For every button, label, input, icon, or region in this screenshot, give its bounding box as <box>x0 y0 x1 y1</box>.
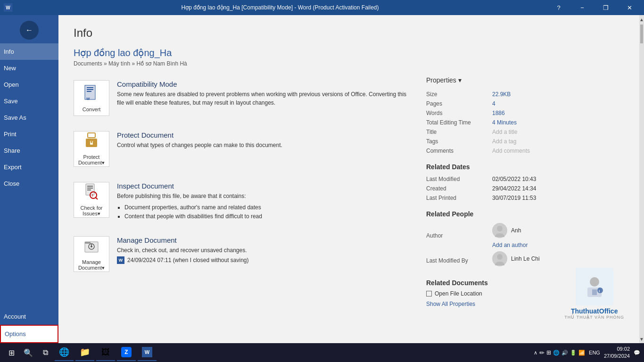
prop-title-value[interactable]: Add a title <box>492 127 624 137</box>
sidebar-bottom: Account Options <box>0 308 58 343</box>
word-app-icon: W <box>4 3 12 12</box>
author-row: Anh <box>492 223 624 238</box>
sidebar-item-save[interactable]: Save <box>0 93 58 109</box>
sidebar-item-account[interactable]: Account <box>0 308 58 325</box>
zalo-taskbar-button[interactable]: Z <box>117 344 136 361</box>
notification-icon[interactable]: 💬 <box>634 350 640 356</box>
prop-editing-time: Total Editing Time 4 Minutes <box>426 118 624 127</box>
svg-point-8 <box>91 141 92 143</box>
sidebar-item-save-as[interactable]: Save As <box>0 109 58 126</box>
scroll-down-arrow[interactable]: ▼ <box>639 335 644 343</box>
sidebar-item-print[interactable]: Print <box>0 126 58 142</box>
svg-text:!: ! <box>92 193 93 197</box>
inspect-document-title: Inspect Document <box>117 182 262 190</box>
sidebar-item-share[interactable]: Share <box>0 142 58 159</box>
sidebar-item-close[interactable]: Close <box>0 175 58 192</box>
check-for-issues-button[interactable]: ! Check forIssues▾ <box>74 182 109 218</box>
inspect-document-content: Inspect Document Before publishing this … <box>117 182 262 221</box>
manage-icon <box>84 237 99 257</box>
clock-time: 09:02 <box>604 346 630 353</box>
explorer-taskbar-button[interactable]: 📁 <box>75 344 94 361</box>
inspect-document-bullets: Document properties, author's name and r… <box>117 203 262 221</box>
network-icon[interactable]: 🌐 <box>553 350 560 356</box>
manage-document-sub: W 24/09/2024 07:11 (when I closed withou… <box>117 256 249 264</box>
convert-button[interactable]: W Convert <box>74 80 109 116</box>
sys-tray-icons: ∧ ✏ ⊞ 🌐 🔊 🔋 📶 <box>534 349 585 356</box>
task-view-button[interactable]: ⧉ <box>38 345 53 360</box>
sidebar-item-info[interactable]: Info <box>0 43 58 60</box>
prop-words-value: 1886 <box>492 108 624 118</box>
related-people-heading: Related People <box>426 210 624 218</box>
wifi-icon[interactable]: 📶 <box>578 350 585 356</box>
svg-point-21 <box>497 226 503 231</box>
manage-document-button[interactable]: ManageDocument▾ <box>74 236 109 272</box>
page-title: Info <box>74 26 624 40</box>
sidebar-item-export[interactable]: Export <box>0 159 58 175</box>
prop-words: Words 1886 <box>426 108 624 118</box>
minimize-button[interactable]: − <box>571 0 593 15</box>
convert-label: Convert <box>83 107 101 112</box>
pen-icon[interactable]: ✏ <box>539 349 545 356</box>
svg-text:i: i <box>599 289 600 293</box>
title-bar: W Hợp đồng lao động_Ha [Compatibility Mo… <box>0 0 644 15</box>
svg-rect-5 <box>88 133 95 138</box>
inspect-bullet-2: Content that people with disabilities fi… <box>124 212 262 221</box>
start-button[interactable]: ⊞ <box>4 345 19 360</box>
protect-icon <box>84 132 99 152</box>
taskview-icon[interactable]: ⊞ <box>546 349 551 356</box>
inspect-document-desc: Before publishing this file, be aware th… <box>117 192 262 200</box>
branding-illustration: i <box>576 268 613 305</box>
volume-icon[interactable]: 🔊 <box>561 350 568 356</box>
scrollbar-track[interactable] <box>639 24 644 335</box>
check-for-issues-label: Check forIssues▾ <box>80 205 102 217</box>
last-modified-by-name: Linh Le Chi <box>511 255 540 262</box>
prop-last-printed-value: 30/07/2019 11:53 <box>492 193 624 203</box>
svg-rect-2 <box>87 89 93 90</box>
last-modified-by-row: Linh Le Chi <box>492 251 624 266</box>
open-file-location-link[interactable]: Open File Location <box>435 290 482 297</box>
properties-header[interactable]: Properties ▾ <box>426 76 624 84</box>
prop-pages: Pages 4 <box>426 99 624 108</box>
help-button[interactable]: ? <box>548 0 570 15</box>
word-taskbar-icon: W <box>142 347 152 357</box>
scrollbar[interactable]: ▲ ▼ <box>639 15 644 343</box>
chevron-icon[interactable]: ∧ <box>534 350 537 356</box>
search-button[interactable]: 🔍 <box>21 345 36 360</box>
word-doc-icon: W <box>117 256 124 264</box>
protect-document-desc: Control what types of changes people can… <box>117 141 282 149</box>
add-author-link[interactable]: Add an author <box>492 242 624 248</box>
battery-icon[interactable]: 🔋 <box>570 350 577 356</box>
close-button[interactable]: ✕ <box>619 0 640 15</box>
sidebar-item-open[interactable]: Open <box>0 76 58 93</box>
prop-size-label: Size <box>426 90 492 99</box>
prop-title: Title Add a title <box>426 127 624 137</box>
svg-point-22 <box>497 254 503 260</box>
word-taskbar-button[interactable]: W <box>138 344 157 361</box>
prop-comments-value[interactable]: Add comments <box>492 146 624 156</box>
edge-taskbar-button[interactable]: 🌐 <box>55 344 74 361</box>
scrollbar-thumb[interactable] <box>640 25 643 43</box>
branding-name: ThuthuatOffice <box>571 307 618 315</box>
protect-document-button[interactable]: ProtectDocument▾ <box>74 131 109 167</box>
taskbar-right: ∧ ✏ ⊞ 🌐 🔊 🔋 📶 ENG 09:02 27/09/2024 💬 <box>534 346 640 360</box>
svg-rect-12 <box>87 189 91 190</box>
scroll-up-arrow[interactable]: ▲ <box>639 15 644 24</box>
sidebar-item-options[interactable]: Options <box>0 325 58 343</box>
photos-taskbar-button[interactable]: 🖼 <box>96 344 115 361</box>
svg-rect-10 <box>87 186 93 187</box>
taskbar: ⊞ 🔍 ⧉ 🌐 📁 🖼 Z W ∧ ✏ ⊞ 🌐 🔊 🔋 📶 ENG 09:02 … <box>0 343 644 362</box>
restore-button[interactable]: ❐ <box>595 0 617 15</box>
inspect-bullet-1: Document properties, author's name and r… <box>124 203 262 212</box>
svg-rect-25 <box>592 289 597 295</box>
protect-document-section: ProtectDocument▾ Protect Document Contro… <box>74 127 411 171</box>
lang-time: ENG 09:02 27/09/2024 💬 <box>589 346 640 360</box>
title-bar-title: Hợp đồng lao động_Ha [Compatibility Mode… <box>12 4 548 11</box>
doc-title: Hợp đồng lao động_Ha <box>74 47 624 58</box>
prop-tags-value[interactable]: Add a tag <box>492 137 624 146</box>
main-layout: ← Info New Open Save Save As Print Share… <box>0 15 644 343</box>
svg-point-26 <box>597 288 603 293</box>
back-button[interactable]: ← <box>20 21 39 40</box>
sidebar-item-new[interactable]: New <box>0 60 58 76</box>
taskbar-time-display: 09:02 27/09/2024 <box>604 346 630 360</box>
prop-author-row: Author Anh Add an author <box>426 222 624 250</box>
